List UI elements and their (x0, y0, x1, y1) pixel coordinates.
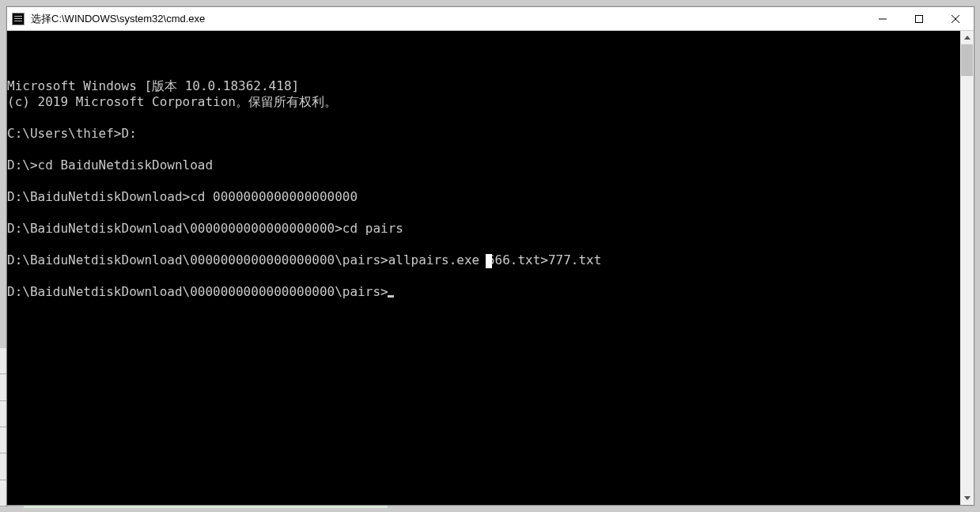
minimize-button[interactable] (865, 7, 901, 30)
cmd-app-icon (12, 13, 25, 25)
minimize-icon (879, 15, 887, 23)
text-cursor (388, 295, 394, 298)
chevron-down-icon (964, 496, 971, 500)
selection-caret (486, 254, 492, 268)
terminal-line: C:\Users\thief>D: (7, 126, 960, 142)
terminal-line (7, 268, 960, 284)
maximize-button[interactable] (901, 7, 937, 30)
titlebar[interactable]: 选择C:\WINDOWS\system32\cmd.exe (7, 7, 974, 31)
close-icon (952, 15, 959, 23)
scroll-thumb[interactable] (961, 44, 973, 76)
vertical-scrollbar[interactable] (960, 31, 974, 505)
chevron-up-icon (964, 36, 971, 40)
scroll-down-button[interactable] (960, 491, 974, 505)
cmd-window: 选择C:\WINDOWS\system32\cmd.exe Microsoft … (6, 6, 974, 506)
terminal-line: D:\BaiduNetdiskDownload>cd 0000000000000… (7, 189, 960, 205)
terminal-line: Microsoft Windows [版本 10.0.18362.418] (7, 78, 960, 94)
svg-marker-5 (964, 496, 971, 500)
window-controls (865, 7, 974, 30)
terminal-line: D:\BaiduNetdiskDownload\0000000000000000… (7, 221, 960, 237)
terminal-line: (c) 2019 Microsoft Corporation。保留所有权利。 (7, 94, 960, 110)
terminal-line (7, 110, 960, 126)
scroll-track[interactable] (960, 44, 974, 491)
terminal-line: D:\BaiduNetdiskDownload\0000000000000000… (7, 252, 960, 268)
svg-marker-4 (964, 36, 971, 40)
terminal-line (7, 237, 960, 252)
terminal-area[interactable]: Microsoft Windows [版本 10.0.18362.418](c)… (7, 31, 960, 505)
scroll-up-button[interactable] (960, 31, 974, 44)
terminal-line (7, 205, 960, 221)
terminal-line (7, 173, 960, 189)
terminal-line: D:\BaiduNetdiskDownload\0000000000000000… (7, 284, 960, 300)
client-area: Microsoft Windows [版本 10.0.18362.418](c)… (7, 31, 974, 505)
maximize-icon (915, 15, 923, 23)
window-title: 选择C:\WINDOWS\system32\cmd.exe (31, 12, 205, 26)
terminal-line: D:\>cd BaiduNetdiskDownload (7, 157, 960, 173)
svg-rect-1 (916, 15, 923, 22)
terminal-line (7, 142, 960, 157)
close-button[interactable] (937, 7, 974, 30)
